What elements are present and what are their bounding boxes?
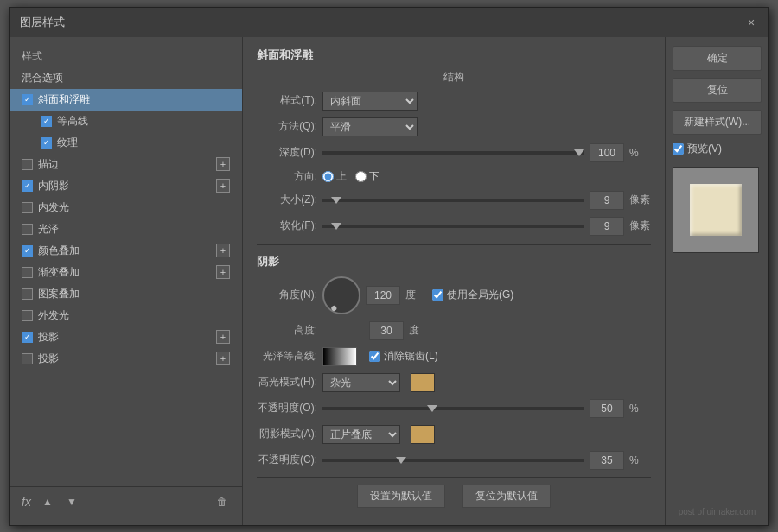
shadow-mode-row: 阴影模式(A): 正片叠底 [257,425,651,444]
depth-slider[interactable] [322,145,584,161]
texture-label: 纹理 [57,136,78,150]
sidebar-item-shadow2[interactable]: 投影 + [10,348,242,370]
altitude-input[interactable] [369,321,404,340]
pattern-overlay-checkbox[interactable] [22,288,33,300]
contour-checkbox[interactable] [41,116,52,127]
color-overlay-checkbox[interactable] [22,245,33,256]
style-label: 样式(T): [257,93,317,108]
soften-label: 软化(F): [257,218,317,233]
watermark: post of uimaker.com [673,507,762,516]
sidebar-item-inner-glow[interactable]: 内发光 [10,197,242,218]
sidebar-item-stroke[interactable]: 描边 + [10,154,242,175]
highlight-mode-select[interactable]: 杂光 [322,373,400,392]
divider1 [257,244,651,245]
direction-up-radio[interactable]: 上 [322,169,347,184]
stroke-add-btn[interactable]: + [216,157,230,171]
ok-button[interactable]: 确定 [673,46,762,71]
shadow1-checkbox[interactable] [22,332,33,343]
color-overlay-add-btn[interactable]: + [216,244,230,257]
reset-default-button[interactable]: 复位为默认值 [462,484,551,508]
inner-shadow-add-btn[interactable]: + [216,179,230,193]
left-panel: 样式 混合选项 斜面和浮雕 等高线 纹理 描边 + [10,37,243,525]
highlight-opacity-slider[interactable] [322,401,584,416]
shadow-mode-select[interactable]: 正片叠底 [322,425,400,444]
move-up-button[interactable]: ▲ [40,494,55,510]
sidebar-item-gradient-overlay[interactable]: 渐变叠加 + [10,262,242,283]
anti-alias-checkbox[interactable]: 消除锯齿(L) [369,349,438,364]
direction-radio-group: 上 下 [322,169,379,184]
texture-checkbox[interactable] [41,137,52,149]
sidebar-item-inner-shadow[interactable]: 内阴影 + [10,175,242,197]
satin-checkbox[interactable] [22,224,33,235]
inner-glow-checkbox[interactable] [22,202,33,213]
angle-dial[interactable] [322,276,360,314]
bottom-bar: 设置为默认值 复位为默认值 [257,477,651,515]
depth-input[interactable] [590,143,624,162]
highlight-mode-label: 高光模式(H): [257,375,317,390]
preview-checkbox[interactable]: 预览(V) [673,142,762,156]
pattern-overlay-label: 图案叠加 [38,287,80,301]
angle-unit: 度 [405,288,427,302]
sidebar-item-texture[interactable]: 纹理 [10,132,242,154]
direction-down-radio[interactable]: 下 [355,169,379,184]
sidebar-item-satin[interactable]: 光泽 [10,218,242,240]
highlight-opacity-row: 不透明度(O): % [257,399,651,418]
mix-options-item[interactable]: 混合选项 [10,67,242,89]
close-button[interactable]: × [744,16,758,29]
contour-preview[interactable] [322,347,357,366]
new-style-button[interactable]: 新建样式(W)... [673,110,762,135]
highlight-color-swatch[interactable] [411,373,435,392]
size-slider[interactable] [322,193,584,208]
styles-section-label: 样式 [10,46,242,67]
move-down-button[interactable]: ▼ [64,494,80,510]
style-row: 样式(T): 内斜面 [257,92,651,111]
style-select[interactable]: 内斜面 [322,92,418,111]
angle-input[interactable] [366,286,400,305]
size-unit: 像素 [629,193,651,207]
soften-slider[interactable] [322,218,584,234]
title-bar: 图层样式 × [10,8,768,37]
bevel-checkbox[interactable] [22,94,33,105]
sidebar-item-contour[interactable]: 等高线 [10,111,242,132]
highlight-mode-row: 高光模式(H): 杂光 [257,373,651,392]
set-default-button[interactable]: 设置为默认值 [357,484,445,508]
stroke-checkbox[interactable] [22,159,33,170]
mix-options-label: 混合选项 [22,71,63,86]
shadow-opacity-input[interactable] [590,451,624,470]
sidebar-item-pattern-overlay[interactable]: 图案叠加 [10,283,242,305]
inner-glow-label: 内发光 [38,200,69,215]
shadow-color-swatch[interactable] [411,425,435,444]
gradient-overlay-checkbox[interactable] [22,267,33,278]
fx-label: fx [22,495,31,509]
delete-button[interactable]: 🗑 [214,494,230,510]
sidebar-item-color-overlay[interactable]: 颜色叠加 + [10,240,242,262]
shadow-opacity-slider[interactable] [322,453,584,468]
angle-label: 角度(N): [257,288,317,302]
depth-unit: % [629,147,651,159]
shadow2-label: 投影 [38,352,59,366]
satin-label: 光泽 [38,222,59,237]
dialog-body: 样式 混合选项 斜面和浮雕 等高线 纹理 描边 + [10,37,768,525]
inner-shadow-checkbox[interactable] [22,180,33,192]
highlight-opacity-input[interactable] [590,399,624,418]
shadow2-add-btn[interactable]: + [216,352,230,365]
gloss-contour-row: 光泽等高线: 消除锯齿(L) [257,347,651,366]
outer-glow-checkbox[interactable] [22,310,33,321]
method-select[interactable]: 平滑 [322,117,418,136]
layer-style-dialog: 图层样式 × 样式 混合选项 斜面和浮雕 等高线 纹理 [9,7,769,526]
contour-label: 等高线 [57,114,88,129]
stroke-label: 描边 [38,157,59,172]
size-input[interactable] [590,191,624,210]
gradient-overlay-label: 渐变叠加 [38,265,80,280]
sidebar-item-outer-glow[interactable]: 外发光 [10,305,242,326]
soften-row: 软化(F): 像素 [257,217,651,236]
shadow2-checkbox[interactable] [22,353,33,364]
sidebar-item-shadow1[interactable]: 投影 + [10,326,242,348]
shadow1-add-btn[interactable]: + [216,330,230,344]
reset-button[interactable]: 复位 [673,78,762,103]
sidebar-item-bevel[interactable]: 斜面和浮雕 [10,89,242,111]
soften-input[interactable] [590,217,624,236]
gradient-overlay-add-btn[interactable]: + [216,265,230,279]
global-light-checkbox[interactable]: 使用全局光(G) [432,288,513,302]
soften-unit: 像素 [629,218,651,233]
